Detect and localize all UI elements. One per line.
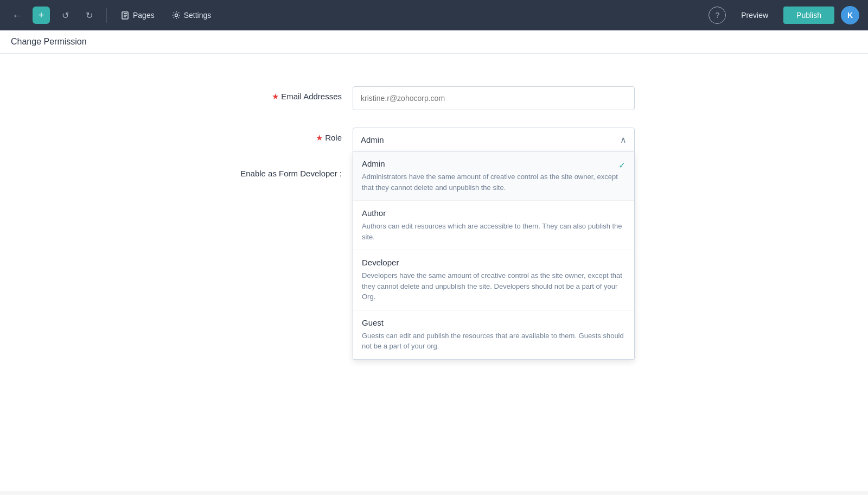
email-input[interactable] — [353, 86, 635, 110]
page-header: Change Permission — [0, 30, 868, 54]
page-title: Change Permission — [11, 37, 857, 47]
nav-right: ? Preview Publish K — [709, 6, 859, 24]
dropdown-item-guest[interactable]: Guest Guests can edit and publish the re… — [353, 310, 634, 359]
avatar-initials: K — [847, 11, 853, 20]
developer-title: Developer — [362, 258, 626, 267]
role-required-star: ★ — [316, 133, 323, 142]
preview-label: Preview — [741, 11, 768, 20]
role-dropdown-wrapper: Admin Admin Administrators have the same… — [353, 128, 635, 151]
pages-icon — [121, 11, 130, 20]
admin-title: Admin — [362, 159, 626, 168]
email-label: ★Email Addresses — [212, 86, 353, 101]
main-content: ★Email Addresses ★Role Admin Admin Admin… — [0, 54, 868, 491]
back-button[interactable]: ← — [9, 7, 26, 24]
pages-label: Pages — [133, 11, 155, 20]
nav-divider — [106, 8, 107, 23]
back-icon: ← — [12, 9, 23, 22]
developer-label: Enable as Form Developer : — [212, 169, 353, 178]
settings-icon — [172, 11, 181, 20]
redo-button[interactable]: ↻ — [80, 7, 98, 24]
undo-button[interactable]: ↺ — [56, 7, 74, 24]
settings-button[interactable]: Settings — [167, 8, 217, 23]
developer-desc: Developers have the same amount of creat… — [362, 270, 626, 302]
preview-button[interactable]: Preview — [732, 7, 777, 23]
add-button[interactable]: + — [33, 7, 50, 24]
dropdown-item-author[interactable]: Author Authors can edit resources which … — [353, 201, 634, 250]
publish-button[interactable]: Publish — [783, 7, 834, 24]
role-label: ★Role — [212, 128, 353, 143]
role-selected-value: Admin — [361, 135, 384, 144]
role-dropdown-menu: Admin Administrators have the same amoun… — [353, 151, 635, 360]
settings-label: Settings — [184, 11, 212, 20]
admin-checkmark: ✓ — [618, 160, 626, 170]
help-button[interactable]: ? — [709, 7, 726, 24]
dropdown-item-admin[interactable]: Admin Administrators have the same amoun… — [353, 151, 634, 201]
undo-icon: ↺ — [62, 10, 69, 21]
top-navigation: ← + ↺ ↻ Pages Settings ? Preview Pub — [0, 0, 868, 30]
email-row: ★Email Addresses — [212, 86, 656, 110]
author-desc: Authors can edit resources which are acc… — [362, 221, 626, 242]
admin-desc: Administrators have the same amount of c… — [362, 172, 626, 193]
add-icon: + — [39, 10, 44, 21]
publish-label: Publish — [796, 11, 821, 20]
dropdown-item-developer[interactable]: Developer Developers have the same amoun… — [353, 250, 634, 310]
chevron-up-icon — [620, 135, 627, 145]
form-container: ★Email Addresses ★Role Admin Admin Admin… — [190, 75, 678, 206]
role-row: ★Role Admin Admin Administrators have th… — [212, 128, 656, 151]
help-icon: ? — [715, 11, 719, 20]
guest-title: Guest — [362, 318, 626, 327]
svg-point-4 — [175, 14, 177, 17]
role-dropdown-trigger[interactable]: Admin — [353, 128, 635, 151]
guest-desc: Guests can edit and publish the resource… — [362, 331, 626, 352]
redo-icon: ↻ — [86, 10, 93, 21]
avatar[interactable]: K — [841, 6, 859, 24]
pages-button[interactable]: Pages — [116, 8, 160, 23]
author-title: Author — [362, 208, 626, 218]
email-required-star: ★ — [272, 92, 279, 101]
